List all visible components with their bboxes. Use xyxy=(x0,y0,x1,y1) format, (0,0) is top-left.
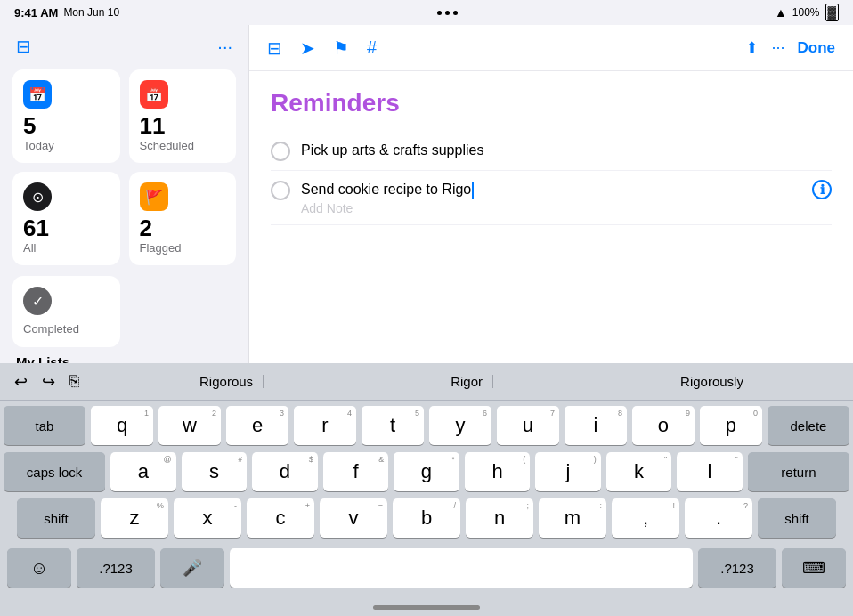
undo-button[interactable]: ↩ xyxy=(11,369,31,395)
smart-list-all[interactable]: ⊙ 61 All xyxy=(12,172,120,265)
smart-list-flagged[interactable]: 🚩 2 Flagged xyxy=(129,172,237,265)
suggestion-3[interactable]: Rigorously xyxy=(670,370,754,393)
reminder-checkbox-1[interactable] xyxy=(271,142,290,161)
smart-list-completed[interactable]: ✓ Completed xyxy=(12,276,120,347)
key-s[interactable]: #s xyxy=(182,452,248,491)
list-title: Reminders xyxy=(271,89,832,118)
key-x[interactable]: -x xyxy=(174,498,241,538)
reminder-item-2: Send cookie recipe to Rigo Add Note ℹ xyxy=(271,171,832,225)
key-delete[interactable]: delete xyxy=(768,406,849,445)
key-t[interactable]: 5t xyxy=(362,406,424,445)
location-icon[interactable]: ➤ xyxy=(300,37,315,59)
suggestion-2[interactable]: Rigor xyxy=(440,370,493,393)
today-count: 5 xyxy=(23,114,110,137)
camera-icon[interactable]: ⊟ xyxy=(267,37,282,59)
status-right: ▲ 100% ▓ xyxy=(775,4,839,21)
key-b[interactable]: /b xyxy=(393,498,460,538)
key-numbers-right[interactable]: .?123 xyxy=(698,548,776,588)
flag-icon[interactable]: ⚑ xyxy=(333,37,349,59)
today-icon: 📅 xyxy=(23,80,52,109)
all-count: 61 xyxy=(23,216,110,239)
key-tab[interactable]: tab xyxy=(4,406,85,445)
key-j[interactable]: )j xyxy=(535,452,601,491)
key-mic[interactable]: 🎤 xyxy=(160,548,224,588)
key-u[interactable]: 7u xyxy=(497,406,559,445)
info-button-2[interactable]: ℹ xyxy=(812,180,832,199)
dot2 xyxy=(445,11,450,15)
key-e[interactable]: 3e xyxy=(226,406,288,445)
app-container: ⊟ ··· 📅 5 Today 📅 11 S xyxy=(0,25,853,616)
all-icon: ⊙ xyxy=(23,182,52,211)
key-shift-right[interactable]: shift xyxy=(758,498,836,538)
key-q[interactable]: 1q xyxy=(91,406,153,445)
key-return[interactable]: return xyxy=(748,452,849,491)
sidebar-header: ⊟ ··· xyxy=(12,36,236,57)
dot1 xyxy=(437,11,442,15)
key-o[interactable]: 9o xyxy=(632,406,695,445)
key-c[interactable]: +c xyxy=(247,498,314,538)
battery-percent: 100% xyxy=(792,6,820,19)
key-comma[interactable]: !, xyxy=(612,498,679,538)
reminder-text-block-2[interactable]: Send cookie recipe to Rigo Add Note xyxy=(301,180,805,215)
key-capslock[interactable]: caps lock xyxy=(4,452,105,491)
key-row-1: tab 1q 2w 3e 4r 5t 6y 7u 8i 9o 0p delete xyxy=(4,406,849,445)
keyboard-area: ↩ ↪ ⎘ Rigorous Rigor Rigorously tab 1q 2… xyxy=(0,363,853,616)
key-period[interactable]: ?. xyxy=(685,498,752,538)
key-n[interactable]: ;n xyxy=(466,498,533,538)
key-a[interactable]: @a xyxy=(110,452,176,491)
more-icon[interactable]: ··· xyxy=(771,38,784,57)
wifi-icon: ▲ xyxy=(775,5,787,20)
main-content: Reminders Pick up arts & crafts supplies… xyxy=(249,71,853,363)
flagged-label: Flagged xyxy=(140,241,226,255)
reminder-checkbox-2[interactable] xyxy=(271,181,290,200)
tag-icon[interactable]: # xyxy=(367,37,377,58)
key-w[interactable]: 2w xyxy=(158,406,221,445)
sidebar-more-icon[interactable]: ··· xyxy=(217,36,232,57)
all-label: All xyxy=(23,241,110,255)
sidebar-toggle-icon[interactable]: ⊟ xyxy=(16,36,31,57)
toolbar-right: ⬆ ··· Done xyxy=(745,38,835,58)
share-icon[interactable]: ⬆ xyxy=(745,38,759,58)
key-z[interactable]: %z xyxy=(101,498,168,538)
redo-button[interactable]: ↪ xyxy=(38,369,59,395)
smart-list-today[interactable]: 📅 5 Today xyxy=(12,69,120,163)
reminder-text-2: Send cookie recipe to Rigo xyxy=(301,180,805,199)
key-l[interactable]: "l xyxy=(677,452,743,491)
key-numbers-left[interactable]: .?123 xyxy=(77,548,155,588)
completed-icon: ✓ xyxy=(23,287,52,315)
scheduled-label: Scheduled xyxy=(140,139,226,152)
status-center xyxy=(437,11,458,15)
key-emoji[interactable]: ☺ xyxy=(7,548,71,588)
home-indicator xyxy=(0,598,853,616)
key-m[interactable]: :m xyxy=(539,498,606,538)
key-k[interactable]: "k xyxy=(606,452,672,491)
sidebar: ⊟ ··· 📅 5 Today 📅 11 S xyxy=(0,25,249,363)
key-f[interactable]: &f xyxy=(323,452,389,491)
smart-list-scheduled[interactable]: 📅 11 Scheduled xyxy=(129,69,237,163)
key-y[interactable]: 6y xyxy=(429,406,491,445)
key-row-3: shift %z -x +c =v /b ;n :m !, ?. shift xyxy=(4,498,849,538)
main-toolbar: ⊟ ➤ ⚑ # ⬆ ··· Done xyxy=(249,25,853,71)
key-v[interactable]: =v xyxy=(320,498,387,538)
key-g[interactable]: *g xyxy=(394,452,459,491)
key-hide-keyboard[interactable]: ⌨ xyxy=(782,548,846,588)
key-row-bottom: ☺ .?123 🎤 .?123 ⌨ xyxy=(4,545,849,595)
key-h[interactable]: (h xyxy=(465,452,531,491)
reminder-item-1: Pick up arts & crafts supplies xyxy=(271,132,832,171)
suggestion-1[interactable]: Rigorous xyxy=(189,370,264,393)
key-i[interactable]: 8i xyxy=(565,406,627,445)
key-shift-left[interactable]: shift xyxy=(17,498,95,538)
status-time: 9:41 AM xyxy=(14,6,58,20)
add-note-text[interactable]: Add Note xyxy=(301,201,805,215)
key-r[interactable]: 4r xyxy=(294,406,356,445)
cursor xyxy=(472,182,474,199)
key-d[interactable]: $d xyxy=(252,452,318,491)
flagged-icon: 🚩 xyxy=(140,182,168,211)
scheduled-count: 11 xyxy=(140,114,226,137)
done-button[interactable]: Done xyxy=(798,39,836,57)
main-panel: ⊟ ➤ ⚑ # ⬆ ··· Done Reminders P xyxy=(249,25,853,363)
key-p[interactable]: 0p xyxy=(700,406,762,445)
key-space[interactable] xyxy=(230,548,693,588)
paste-button[interactable]: ⎘ xyxy=(66,369,83,395)
toolbar-left: ⊟ ➤ ⚑ # xyxy=(267,37,377,59)
